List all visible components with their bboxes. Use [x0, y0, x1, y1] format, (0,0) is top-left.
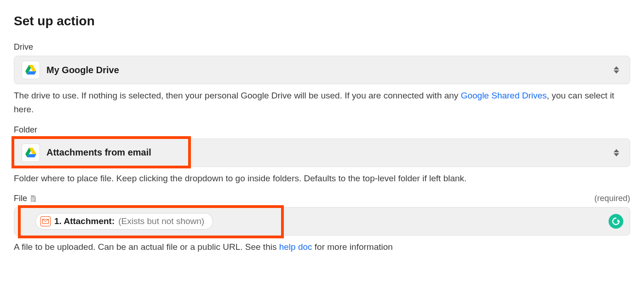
file-field-group: File (required) 1. Attachment: (Exists b…: [14, 194, 630, 254]
file-help-post: for more information: [312, 242, 393, 252]
folder-field-group: Folder Attachments from email Folder whe…: [14, 125, 630, 185]
drive-help-text: The drive to use. If nothing is selected…: [14, 89, 630, 117]
google-drive-icon: [22, 61, 40, 79]
google-drive-icon: [22, 144, 40, 162]
folder-label-text: Folder: [14, 125, 37, 135]
drive-field-group: Drive My Google Drive The drive to use. …: [14, 42, 630, 117]
drive-dropdown[interactable]: My Google Drive: [14, 56, 630, 84]
file-input[interactable]: 1. Attachment: (Exists but not shown): [14, 207, 630, 236]
drive-label-text: Drive: [14, 42, 33, 52]
file-label-text: File: [14, 194, 27, 203]
folder-dropdown[interactable]: Attachments from email: [14, 138, 630, 167]
file-pill-label: 1. Attachment:: [54, 216, 115, 226]
grammarly-icon[interactable]: [609, 214, 623, 229]
page-title: Set up action: [14, 14, 630, 29]
file-pill-sub: (Exists but not shown): [118, 216, 204, 226]
svg-rect-7: [32, 199, 34, 200]
envelope-icon: [40, 216, 51, 226]
file-required-label: (required): [594, 194, 630, 203]
sort-icon: [613, 148, 620, 157]
folder-help-text: Folder where to place file. Keep clickin…: [14, 172, 630, 185]
file-help-text: A file to be uploaded. Can be an actual …: [14, 240, 630, 254]
help-doc-link[interactable]: help doc: [279, 242, 312, 252]
file-label: File (required): [14, 194, 630, 203]
file-help-pre: A file to be uploaded. Can be an actual …: [14, 242, 279, 252]
folder-value: Attachments from email: [46, 147, 613, 158]
folder-label: Folder: [14, 125, 630, 135]
google-shared-drives-link[interactable]: Google Shared Drives: [461, 91, 547, 100]
drive-label: Drive: [14, 42, 630, 52]
document-icon: [30, 195, 36, 202]
svg-rect-6: [32, 198, 34, 198]
svg-rect-8: [32, 201, 34, 201]
file-attachment-pill[interactable]: 1. Attachment: (Exists but not shown): [35, 213, 213, 230]
sort-icon: [613, 65, 620, 75]
drive-help-pre: The drive to use. If nothing is selected…: [14, 91, 461, 100]
drive-value: My Google Drive: [46, 65, 613, 75]
